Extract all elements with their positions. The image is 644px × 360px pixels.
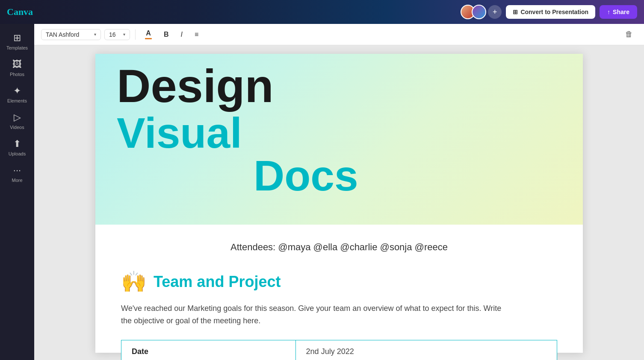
templates-icon: ⊞ <box>13 32 21 44</box>
document-page: Design Visual Docs Attendees: @maya @ell… <box>95 54 583 353</box>
sidebar: ⊞ Templates 🖼 Photos ✦ Elements ▷ Videos… <box>0 24 34 360</box>
font-color-A-icon: A <box>146 29 151 37</box>
videos-icon: ▷ <box>14 112 21 123</box>
share-button[interactable]: ↑ Share <box>600 5 637 19</box>
attendees-label: Attendees: <box>230 242 275 252</box>
add-collaborator-button[interactable]: + <box>488 5 502 19</box>
font-family-selector[interactable]: TAN Ashford ▾ <box>41 29 101 40</box>
font-color-button[interactable]: A <box>141 27 156 42</box>
elements-icon: ✦ <box>13 85 21 97</box>
sidebar-item-more[interactable]: ··· More <box>2 161 32 187</box>
hero-design-text: Design <box>117 62 274 109</box>
section1-body: We've reached our Marketing goals for th… <box>121 302 506 327</box>
share-icon: ↑ <box>607 9 610 15</box>
sidebar-item-elements[interactable]: ✦ Elements <box>2 81 32 108</box>
table-row: Date 2nd July 2022 <box>121 340 557 360</box>
attendees-handles: @maya @ella @charlie @sonja @reece <box>278 242 448 252</box>
topbar-right: + ⊞ Convert to Presentation ↑ Share <box>461 5 637 19</box>
font-size-selector[interactable]: 16 ▾ <box>104 29 130 40</box>
attendees-line: Attendees: @maya @ella @charlie @sonja @… <box>121 242 557 253</box>
convert-to-presentation-button[interactable]: ⊞ Convert to Presentation <box>506 5 595 19</box>
sidebar-item-photos[interactable]: 🖼 Photos <box>2 55 32 81</box>
toolbar: TAN Ashford ▾ 16 ▾ A B I ≡ 🗑 <box>34 24 644 45</box>
bold-button[interactable]: B <box>160 28 173 41</box>
delete-button[interactable]: 🗑 <box>621 27 637 41</box>
chevron-down-icon: ▾ <box>94 32 96 37</box>
hero-docs-text: Docs <box>254 152 358 199</box>
info-table: Date 2nd July 2022 <box>121 340 557 360</box>
photos-icon: 🖼 <box>12 59 22 70</box>
section1-header: 🙌 Team and Project <box>121 270 557 294</box>
section1-emoji: 🙌 <box>121 270 147 294</box>
more-icon: ··· <box>13 165 21 176</box>
toolbar-divider <box>135 29 136 40</box>
convert-icon: ⊞ <box>513 9 518 15</box>
text-align-button[interactable]: ≡ <box>190 28 203 41</box>
sidebar-item-uploads[interactable]: ⬆ Uploads <box>2 134 32 161</box>
font-color-bar <box>145 38 152 39</box>
hero-banner: Design Visual Docs <box>95 54 583 225</box>
italic-button[interactable]: I <box>177 28 187 41</box>
uploads-icon: ⬆ <box>13 138 21 149</box>
avatar-group: + <box>461 5 502 19</box>
table-cell-date-value: 2nd July 2022 <box>295 340 557 360</box>
trash-icon: 🗑 <box>625 30 633 39</box>
chevron-down-icon: ▾ <box>123 32 125 37</box>
content-area: Attendees: @maya @ella @charlie @sonja @… <box>95 225 583 360</box>
canvas-area[interactable]: Design Visual Docs Attendees: @maya @ell… <box>34 45 644 360</box>
font-name-label: TAN Ashford <box>46 31 79 38</box>
hero-visual-text: Visual <box>117 109 242 156</box>
sidebar-item-videos[interactable]: ▷ Videos <box>2 108 32 134</box>
sidebar-item-templates[interactable]: ⊞ Templates <box>2 28 32 55</box>
table-cell-date-label: Date <box>121 340 296 360</box>
avatar-user2 <box>472 5 486 19</box>
canva-logo[interactable]: Canva <box>7 6 33 18</box>
section1-title: Team and Project <box>154 273 281 291</box>
font-size-value: 16 <box>109 31 116 38</box>
canva-logo-text: Canva <box>7 6 33 18</box>
topbar-left: Canva <box>7 6 33 18</box>
topbar: Canva + ⊞ Convert to Presentation ↑ Shar… <box>0 0 644 24</box>
